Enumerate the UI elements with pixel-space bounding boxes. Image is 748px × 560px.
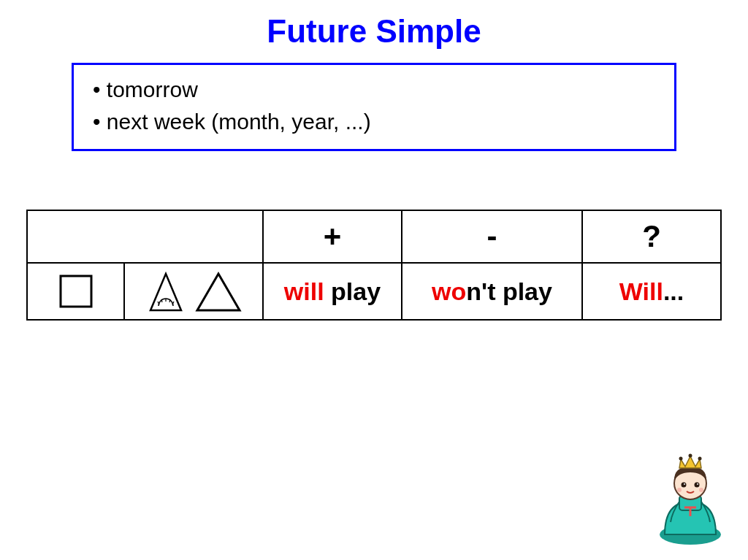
- time-markers-box: tomorrow next week (month, year, ...): [72, 63, 676, 151]
- princess-character-icon: [650, 450, 730, 545]
- svg-point-14: [695, 483, 700, 488]
- square-icon: [56, 272, 96, 311]
- svg-point-17: [677, 488, 682, 492]
- svg-point-21: [698, 457, 702, 461]
- dots-black: ...: [663, 277, 684, 305]
- table-header-row: + - ?: [27, 210, 721, 263]
- svg-marker-7: [197, 274, 240, 310]
- cell-verb-shapes: [124, 263, 263, 320]
- narrow-triangle-sun-icon: [145, 269, 187, 313]
- page-title: Future Simple: [0, 0, 748, 63]
- cell-negative: won't play: [402, 263, 582, 320]
- svg-point-20: [689, 454, 692, 458]
- header-minus: -: [402, 210, 582, 263]
- play-black: play: [324, 277, 381, 305]
- bullet-tomorrow: tomorrow: [87, 74, 661, 106]
- will-red: will: [284, 277, 324, 305]
- will-q-red: Will: [619, 277, 663, 305]
- bullet-next-week: next week (month, year, ...): [87, 106, 661, 138]
- svg-rect-0: [61, 276, 91, 307]
- svg-point-19: [679, 457, 683, 461]
- cell-subject-shape: [27, 263, 124, 320]
- tense-table: + - ? will play: [26, 210, 722, 321]
- wide-triangle-icon: [194, 269, 243, 313]
- svg-point-18: [699, 488, 703, 492]
- cell-question: Will...: [582, 263, 721, 320]
- table-row: will play won't play Will...: [27, 263, 721, 320]
- wo-red: wo: [432, 277, 466, 305]
- svg-marker-1: [150, 274, 181, 310]
- header-question: ?: [582, 210, 721, 263]
- svg-point-13: [682, 483, 687, 488]
- svg-point-16: [697, 483, 698, 485]
- cell-positive: will play: [263, 263, 402, 320]
- header-plus: +: [263, 210, 402, 263]
- nt-play-black: n't play: [466, 277, 552, 305]
- svg-point-15: [684, 483, 685, 485]
- header-empty: [27, 210, 263, 263]
